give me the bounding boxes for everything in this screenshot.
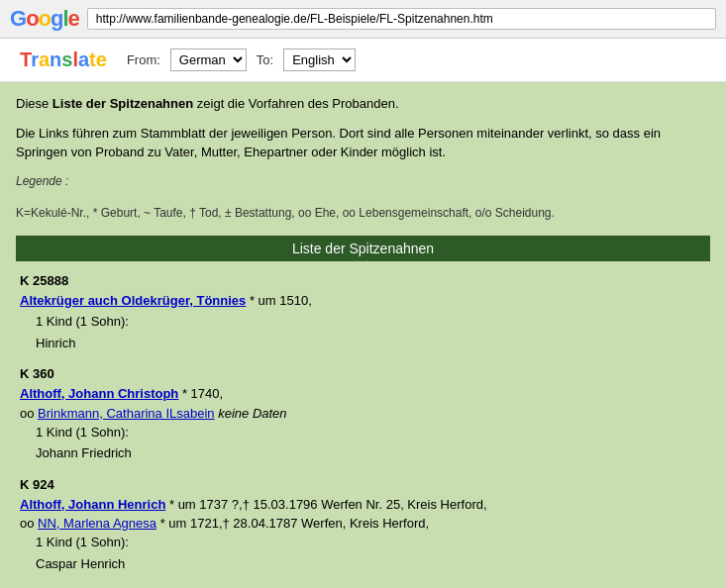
children-count-25888: 1 Kind (1 Sohn): xyxy=(36,312,710,332)
person-info-924: Althoff, Johann Henrich * um 1737 ?,† 15… xyxy=(20,495,710,515)
k-number-360: K 360 xyxy=(20,366,710,381)
person-link-althoff-christoph[interactable]: Althoff, Johann Christoph xyxy=(20,386,178,401)
to-language-select[interactable]: English xyxy=(283,49,356,71)
partner-prefix-360: oo xyxy=(20,406,38,421)
intro-paragraph-2: Die Links führen zum Stammblatt der jewe… xyxy=(16,124,710,162)
children-names-360: Johann Friedrich xyxy=(36,443,710,463)
person-link-althoff-henrich[interactable]: Althoff, Johann Henrich xyxy=(20,497,165,512)
partner-line-924: oo NN, Marlena Agnesa * um 1721,† 28.04.… xyxy=(20,516,710,531)
legend-text: K=Kekulé-Nr., * Geburt, ~ Taufe, † Tod, … xyxy=(16,204,710,222)
person-rest-924: * um 1737 ?,† 15.03.1796 Werfen Nr. 25, … xyxy=(165,497,486,512)
k-number-25888: K 25888 xyxy=(20,273,710,288)
intro-bold: Liste der Spitzenahnen xyxy=(52,96,193,111)
children-count-360: 1 Kind (1 Sohn): xyxy=(36,423,710,442)
children-count-924: 1 Kind (1 Sohn): xyxy=(36,533,710,552)
url-bar[interactable] xyxy=(87,8,716,30)
intro-paragraph-1: Diese Liste der Spitzenahnen zeigt die V… xyxy=(16,94,710,114)
translate-bar: Translate From: German To: English xyxy=(0,39,726,82)
k-number-924: K 924 xyxy=(20,477,710,492)
entry-k360: K 360 Althoff, Johann Christoph * 1740, … xyxy=(16,366,710,463)
partner-rest-360: keine Daten xyxy=(215,406,287,421)
from-label: From: xyxy=(127,52,160,67)
entry-k25888: K 25888 Altekrüger auch Oldekrüger, Tönn… xyxy=(16,273,710,353)
from-language-select[interactable]: German xyxy=(170,49,247,71)
person-link-altekruger[interactable]: Altekrüger auch Oldekrüger, Tönnies xyxy=(20,293,246,308)
person-rest-25888: * um 1510, xyxy=(246,293,312,308)
entry-k924: K 924 Althoff, Johann Henrich * um 1737 … xyxy=(16,477,710,574)
section-title: Liste der Spitzenahnen xyxy=(292,241,434,256)
main-content: Diese Liste der Spitzenahnen zeigt die V… xyxy=(0,82,726,588)
partner-line-360: oo Brinkmann, Catharina ILsabein keine D… xyxy=(20,406,710,421)
legend-label: Legende : xyxy=(16,172,710,190)
partner-prefix-924: oo xyxy=(20,516,38,531)
person-rest-360: * 1740, xyxy=(178,386,223,401)
to-label: To: xyxy=(257,52,273,67)
partner-link-brinkmann[interactable]: Brinkmann, Catharina ILsabein xyxy=(38,406,215,421)
children-names-924: Caspar Henrich xyxy=(36,554,710,574)
browser-bar: Google xyxy=(0,0,726,39)
translate-label: Translate xyxy=(20,49,107,71)
person-info-360: Althoff, Johann Christoph * 1740, xyxy=(20,384,710,404)
person-info-25888: Altekrüger auch Oldekrüger, Tönnies * um… xyxy=(20,291,710,311)
google-logo: Google xyxy=(10,6,79,32)
partner-rest-924: * um 1721,† 28.04.1787 Werfen, Kreis Her… xyxy=(156,516,429,531)
partner-link-nn-marlena[interactable]: NN, Marlena Agnesa xyxy=(38,516,156,531)
section-header: Liste der Spitzenahnen xyxy=(16,236,710,261)
children-names-25888: Hinrich xyxy=(36,334,710,353)
